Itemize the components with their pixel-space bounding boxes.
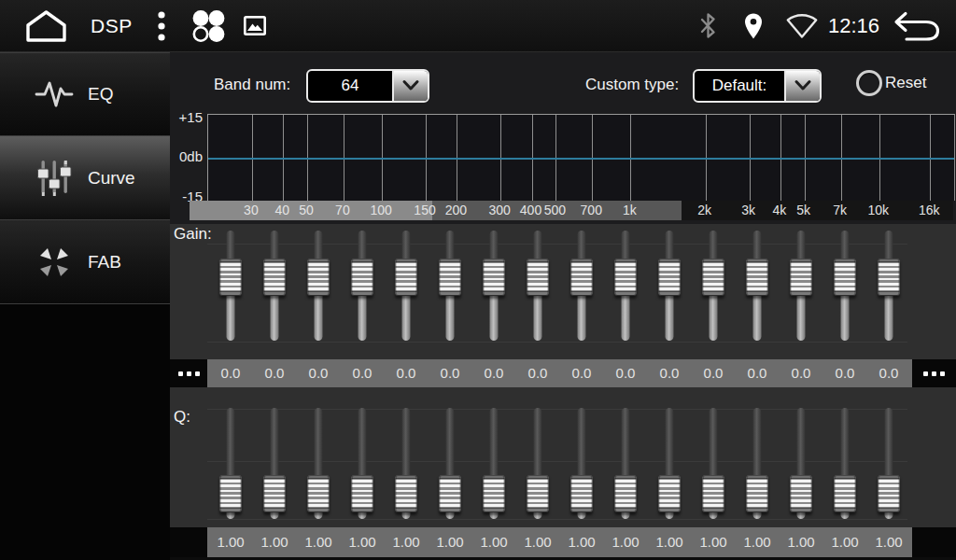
- sidebar-item-fab[interactable]: FAB: [0, 220, 170, 304]
- page-title: DSP: [91, 15, 133, 37]
- q-band-slider[interactable]: [429, 408, 472, 519]
- sidebar-item-curve[interactable]: Curve: [0, 136, 170, 220]
- gain-band-slider[interactable]: [472, 231, 516, 341]
- slider-thumb[interactable]: [308, 259, 330, 296]
- slider-thumb[interactable]: [791, 259, 812, 296]
- gain-band-value: 0.0: [341, 359, 385, 387]
- slider-thumb[interactable]: [571, 475, 593, 512]
- slider-thumb[interactable]: [835, 475, 856, 512]
- q-band-slider[interactable]: [385, 408, 429, 519]
- wifi-icon: [785, 12, 819, 39]
- gain-band-slider[interactable]: [560, 231, 604, 341]
- slider-thumb[interactable]: [220, 475, 242, 512]
- q-band-slider[interactable]: [560, 408, 604, 519]
- slider-thumb[interactable]: [703, 259, 724, 296]
- bluetooth-icon: [698, 11, 718, 40]
- gain-values-row: 0.00.00.00.00.00.00.00.00.00.00.00.00.00…: [207, 359, 912, 387]
- slider-thumb[interactable]: [352, 475, 373, 512]
- slider-thumb[interactable]: [659, 475, 681, 512]
- q-band-slider[interactable]: [341, 408, 385, 519]
- q-band-slider[interactable]: [692, 408, 736, 519]
- apps-launcher-icon[interactable]: [190, 8, 226, 43]
- gallery-icon[interactable]: [243, 15, 267, 36]
- x-tick-label: 1k: [623, 201, 637, 220]
- custom-type-label: Custom type:: [585, 76, 679, 94]
- band-num-dropdown[interactable]: 64: [306, 69, 429, 103]
- q-band-slider[interactable]: [867, 408, 911, 519]
- slider-thumb[interactable]: [352, 259, 373, 296]
- reset-radio-button[interactable]: [856, 70, 882, 96]
- gain-band-slider[interactable]: [385, 231, 429, 341]
- q-band-slider[interactable]: [604, 408, 648, 519]
- q-band-slider[interactable]: [736, 408, 780, 519]
- slider-thumb[interactable]: [396, 259, 417, 296]
- gain-band-slider[interactable]: [297, 231, 341, 341]
- gain-band-value: 0.0: [209, 359, 253, 387]
- slider-thumb[interactable]: [264, 259, 286, 296]
- slider-thumb[interactable]: [659, 259, 681, 296]
- slider-thumb[interactable]: [527, 259, 549, 296]
- q-band-slider[interactable]: [823, 408, 867, 519]
- slider-thumb[interactable]: [571, 259, 593, 296]
- gain-band-slider[interactable]: [516, 231, 560, 341]
- gain-band-slider[interactable]: [736, 231, 780, 341]
- eq-waveform-icon: [34, 76, 75, 113]
- y-axis-tick-max: +15: [169, 109, 203, 125]
- slider-thumb[interactable]: [484, 259, 505, 296]
- sidebar-item-eq[interactable]: EQ: [0, 52, 170, 136]
- gain-band-slider[interactable]: [429, 231, 472, 341]
- gain-band-slider[interactable]: [604, 231, 648, 341]
- custom-type-dropdown[interactable]: Default:: [693, 69, 822, 103]
- gain-more-bands-left-button[interactable]: [170, 359, 207, 387]
- gain-band-slider[interactable]: [253, 231, 297, 341]
- gain-band-slider[interactable]: [780, 231, 823, 341]
- back-icon[interactable]: [893, 10, 941, 42]
- gain-band-slider[interactable]: [648, 231, 692, 341]
- slider-thumb[interactable]: [220, 259, 242, 296]
- slider-thumb[interactable]: [440, 259, 461, 296]
- overflow-menu-icon[interactable]: [157, 9, 166, 43]
- q-band-slider[interactable]: [209, 408, 253, 519]
- q-band-slider[interactable]: [297, 408, 341, 519]
- slider-thumb[interactable]: [879, 475, 900, 512]
- x-tick-label: 40: [274, 201, 289, 220]
- home-icon[interactable]: [24, 9, 68, 43]
- q-band-value: 1.00: [560, 527, 604, 556]
- q-band-value: 1.00: [297, 527, 341, 556]
- custom-type-value: Default:: [695, 71, 784, 101]
- slider-thumb[interactable]: [264, 475, 286, 512]
- q-band-slider[interactable]: [516, 408, 560, 519]
- gain-band-slider[interactable]: [341, 231, 385, 341]
- curve-sliders-icon: [34, 158, 75, 199]
- q-band-slider[interactable]: [472, 408, 516, 519]
- gain-band-value: 0.0: [780, 359, 823, 387]
- slider-thumb[interactable]: [527, 475, 549, 512]
- slider-thumb[interactable]: [396, 475, 417, 512]
- slider-thumb[interactable]: [703, 475, 724, 512]
- gain-more-bands-right-button[interactable]: [912, 359, 956, 387]
- slider-thumb[interactable]: [791, 475, 812, 512]
- slider-thumb[interactable]: [615, 475, 637, 512]
- slider-thumb[interactable]: [615, 259, 637, 296]
- gain-band-slider[interactable]: [867, 231, 911, 341]
- band-num-label: Band num:: [214, 76, 290, 94]
- gain-band-slider[interactable]: [823, 231, 867, 341]
- slider-thumb[interactable]: [879, 259, 900, 296]
- q-band-slider[interactable]: [780, 408, 823, 519]
- q-more-bands-right-button[interactable]: [912, 527, 956, 558]
- q-band-slider[interactable]: [648, 408, 692, 519]
- slider-thumb[interactable]: [747, 475, 768, 512]
- slider-thumb[interactable]: [440, 475, 461, 512]
- slider-thumb[interactable]: [308, 475, 330, 512]
- gain-band-slider[interactable]: [692, 231, 736, 341]
- x-tick-label: 2k: [697, 201, 711, 220]
- gain-guide-line: [207, 342, 907, 343]
- q-more-bands-left-button[interactable]: [170, 527, 207, 558]
- slider-thumb[interactable]: [835, 259, 856, 296]
- gain-band-slider[interactable]: [209, 231, 253, 341]
- slider-thumb[interactable]: [747, 259, 768, 296]
- slider-thumb[interactable]: [484, 475, 505, 512]
- ellipsis-icon: [178, 371, 183, 376]
- q-band-slider[interactable]: [253, 408, 297, 519]
- q-values-row: 1.001.001.001.001.001.001.001.001.001.00…: [207, 527, 912, 558]
